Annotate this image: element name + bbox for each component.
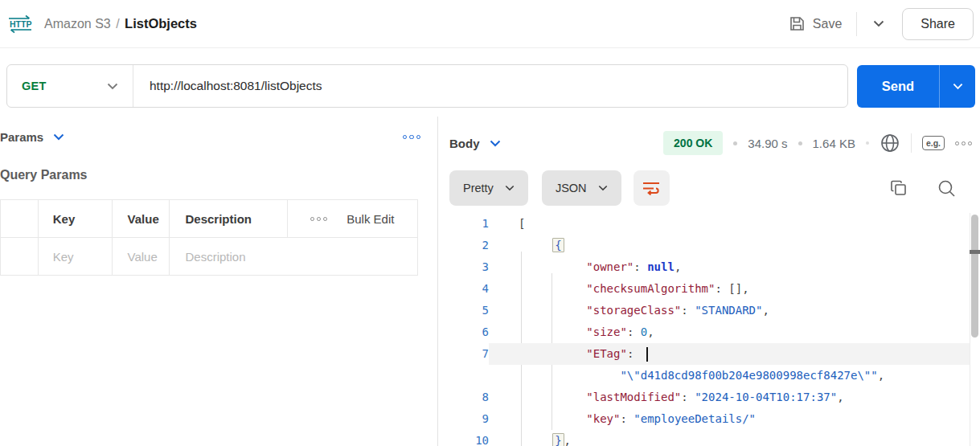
breadcrumb: Amazon S3 / ListObjects (44, 16, 197, 31)
format-dropdown-label: Pretty (463, 182, 494, 194)
method-dropdown[interactable]: GET (7, 65, 133, 107)
key-column-header: Key (38, 200, 112, 238)
response-time[interactable]: 34.90 s (748, 137, 787, 150)
share-button[interactable]: Share (902, 8, 974, 40)
send-button-group: Send (857, 65, 975, 108)
bulk-edit-cell: Bulk Edit (288, 200, 418, 238)
globe-icon[interactable] (880, 133, 900, 153)
chevron-down-icon (107, 83, 118, 90)
send-button[interactable]: Send (857, 65, 939, 108)
code-line[interactable]: 8 "lastModified": "2024-10-04T10:17:37", (438, 387, 980, 408)
url-bar: GET http://localhost:8081/listObjects (6, 64, 848, 108)
code-line[interactable]: 1[ (438, 213, 980, 235)
breadcrumb-request-name[interactable]: ListObjects (125, 16, 197, 31)
query-params-title: Query Params (0, 168, 88, 182)
breadcrumb-separator: / (116, 17, 119, 31)
description-input[interactable]: Description (170, 238, 418, 276)
save-button[interactable]: Save (789, 15, 842, 32)
separator-dot (798, 141, 802, 145)
save-options-button[interactable] (868, 15, 889, 32)
response-body-viewer[interactable]: 1[2 {3 "owner": null,4 "checksumAlgorith… (438, 213, 980, 446)
response-panel: Body 200 OK 34.90 s 1.64 KB (437, 117, 980, 446)
scrollbar-thumb[interactable] (971, 215, 978, 338)
code-editor: 1[2 {3 "owner": null,4 "checksumAlgorith… (438, 213, 980, 446)
code-line[interactable]: 10 }, (438, 430, 980, 446)
response-more-options-icon[interactable] (955, 141, 972, 145)
column-options-icon[interactable] (310, 217, 327, 221)
app-window: HTTP Amazon S3 / ListObjects Save (0, 0, 980, 446)
separator-dot (866, 141, 869, 145)
code-line[interactable]: 3 "owner": null, (438, 256, 980, 278)
method-label: GET (22, 80, 47, 92)
send-button-label: Send (882, 79, 914, 94)
bulk-edit-button[interactable]: Bulk Edit (346, 212, 394, 226)
description-column-header: Description (170, 200, 288, 238)
request-header-bar: HTTP Amazon S3 / ListObjects Save (0, 0, 980, 48)
value-column-header: Value (112, 200, 170, 238)
code-line[interactable]: 7 "ETag": (438, 343, 980, 365)
line-number: 5 (438, 300, 489, 321)
chevron-down-icon (953, 83, 963, 90)
row-select-cell[interactable] (1, 200, 39, 238)
response-body-tab[interactable]: Body (449, 137, 480, 150)
wrap-lines-icon (642, 181, 660, 195)
toolbar-divider (856, 12, 857, 36)
response-size[interactable]: 1.64 KB (813, 137, 855, 150)
line-number: 7 (438, 343, 489, 365)
line-number: 3 (438, 256, 489, 278)
chevron-down-icon[interactable] (490, 140, 501, 147)
scrollbar-marker (970, 250, 980, 254)
line-number: 2 (438, 235, 489, 256)
language-dropdown[interactable]: JSON (542, 170, 621, 206)
chevron-down-icon (598, 185, 608, 191)
send-options-button[interactable] (940, 65, 975, 108)
save-floppy-icon (789, 15, 806, 32)
row-select-cell[interactable] (1, 238, 39, 276)
line-number: 4 (438, 278, 489, 300)
code-line[interactable]: 6 "size": 0, (438, 321, 980, 343)
params-more-options-icon[interactable] (403, 135, 421, 140)
line-number: 10 (438, 430, 489, 446)
copy-icon[interactable] (890, 179, 908, 197)
text-cursor (646, 347, 648, 362)
table-header-row: Key Value Description Bulk Edit (1, 200, 418, 238)
code-line[interactable]: 5 "storageClass": "STANDARD", (438, 300, 980, 321)
code-line[interactable]: 2 { (438, 235, 980, 256)
save-button-label: Save (813, 17, 842, 31)
svg-text:HTTP: HTTP (10, 18, 31, 28)
code-line[interactable]: 9 "key": "employeeDetails/" (438, 408, 980, 430)
key-input[interactable]: Key (38, 238, 112, 276)
value-input[interactable]: Value (112, 238, 170, 276)
chevron-down-icon (505, 185, 515, 191)
line-number (438, 365, 489, 387)
code-line[interactable]: "\"d41d8cd98f00b204e9800998ecf8427e\"", (438, 365, 980, 387)
chevron-down-icon[interactable] (53, 133, 64, 141)
line-number: 1 (438, 213, 489, 235)
params-section-toggle[interactable]: Params (0, 130, 43, 144)
query-params-table: Key Value Description Bulk Edit Key Valu… (0, 199, 418, 276)
language-dropdown-label: JSON (556, 182, 587, 194)
status-badge[interactable]: 200 OK (663, 131, 723, 155)
table-row: Key Value Description (1, 238, 418, 276)
meta-divider (911, 133, 912, 153)
line-number: 8 (438, 387, 489, 408)
url-input[interactable]: http://localhost:8081/listObjects (150, 79, 322, 93)
share-button-label: Share (921, 17, 955, 31)
line-number: 9 (438, 408, 489, 430)
request-params-panel: Params Query Params Key Value Descriptio… (0, 117, 437, 446)
separator-dot (733, 141, 737, 145)
wrap-lines-button[interactable] (634, 170, 670, 206)
eg-mock-icon[interactable]: e.g. (922, 136, 945, 151)
vertical-scrollbar[interactable] (970, 213, 980, 446)
code-line[interactable]: 4 "checksumAlgorithm": [], (438, 278, 980, 300)
format-dropdown[interactable]: Pretty (449, 170, 528, 206)
chevron-down-icon (873, 20, 884, 27)
search-icon[interactable] (937, 179, 956, 198)
breadcrumb-collection[interactable]: Amazon S3 (44, 17, 111, 31)
http-badge-icon: HTTP (7, 14, 33, 35)
line-number: 6 (438, 321, 489, 343)
